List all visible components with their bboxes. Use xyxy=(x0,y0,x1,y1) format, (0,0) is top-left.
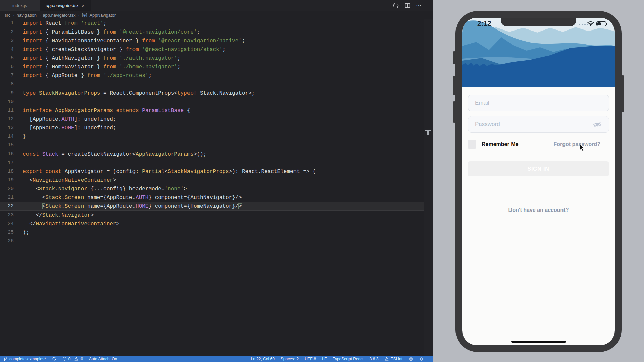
line-number: 1 xyxy=(0,19,21,28)
problems-indicator[interactable]: 0 0 xyxy=(62,357,83,361)
git-branch-indicator[interactable]: complete-exmaples* xyxy=(3,357,46,361)
code-token: { createStackNavigator } xyxy=(42,47,126,53)
editor-tab-bar: index.js app.navigator.tsx × ⋯ xyxy=(0,0,433,11)
breadcrumb-item-navigation[interactable]: navigation xyxy=(17,13,37,18)
code-line[interactable]: 3import { NavigationNativeContainer } fr… xyxy=(0,37,433,45)
indentation-indicator[interactable]: Spaces: 2 xyxy=(281,357,299,361)
code-line[interactable]: 17 xyxy=(0,159,433,167)
code-token: StackNavigatorProps xyxy=(39,90,100,96)
code-line[interactable]: 1import React from 'react'; xyxy=(0,19,433,28)
code-line[interactable]: 16const Stack = createStackNavigator<App… xyxy=(0,150,433,159)
sign-in-button[interactable]: SIGN IN xyxy=(468,161,609,176)
code-area[interactable]: 1import React from 'react';2import { Par… xyxy=(0,19,433,356)
warning-triangle-icon xyxy=(384,357,389,361)
code-lines: 1import React from 'react';2import { Par… xyxy=(0,19,433,246)
code-token: '@react-navigation/stack' xyxy=(142,47,222,53)
code-token: extends xyxy=(116,108,139,114)
code-line[interactable]: 25); xyxy=(0,228,433,237)
code-line[interactable]: 4import { createStackNavigator } from '@… xyxy=(0,45,433,54)
code-line[interactable]: 9type StackNavigatorProps = React.Compon… xyxy=(0,89,433,98)
code-token: name={AppRoute. xyxy=(84,195,136,201)
code-token: ; xyxy=(148,73,152,79)
code-token: ); xyxy=(23,230,29,236)
notifications-bell-icon[interactable] xyxy=(419,357,424,361)
code-line[interactable]: 24 </NavigationNativeContainer> xyxy=(0,220,433,228)
code-line[interactable]: 23 </Stack.Navigator> xyxy=(0,211,433,220)
breadcrumb-item-symbol[interactable]: AppNavigator xyxy=(89,13,116,18)
code-line[interactable]: 12 [AppRoute.AUTH]: undefined; xyxy=(0,115,433,124)
line-number: 17 xyxy=(0,159,21,167)
tab-app-navigator-tsx[interactable]: app.navigator.tsx × xyxy=(40,0,91,11)
code-token: ]: undefined; xyxy=(74,116,116,122)
remember-me-checkbox[interactable] xyxy=(468,140,476,149)
tab-index-js[interactable]: index.js xyxy=(0,0,40,11)
home-indicator[interactable] xyxy=(511,341,566,343)
code-line[interactable]: 22 <Stack.Screen name={AppRoute.HOME} co… xyxy=(0,202,433,211)
code-line[interactable]: 11interface AppNavigatorParams extends P… xyxy=(0,106,433,115)
line-number: 22 xyxy=(0,202,21,211)
code-token: from xyxy=(142,38,155,44)
language-mode-indicator[interactable]: TypeScript React xyxy=(333,357,363,361)
auto-attach-indicator[interactable]: Auto Attach: On xyxy=(89,357,117,361)
more-actions-icon[interactable]: ⋯ xyxy=(416,2,422,9)
line-number: 5 xyxy=(0,54,21,63)
code-line[interactable]: 15 xyxy=(0,141,433,150)
sign-up-link[interactable]: Don't have an account? xyxy=(462,207,615,213)
password-input[interactable] xyxy=(468,116,609,133)
split-editor-icon[interactable] xyxy=(405,3,410,8)
cursor-position-indicator[interactable]: Ln 22, Col 69 xyxy=(251,357,274,361)
feedback-smiley-icon[interactable] xyxy=(409,357,413,361)
code-line[interactable]: 14} xyxy=(0,132,433,141)
code-token: >(); xyxy=(194,151,206,157)
code-token: Stack xyxy=(42,151,58,157)
code-line[interactable]: 21 <Stack.Screen name={AppRoute.AUTH} co… xyxy=(0,193,433,202)
code-line[interactable]: 5import { AuthNavigator } from './auth.n… xyxy=(0,54,433,63)
code-token xyxy=(139,47,142,53)
code-line[interactable]: 26 xyxy=(0,237,433,246)
editor-scrollbar[interactable] xyxy=(424,19,433,356)
code-line[interactable]: 20 <Stack.Navigator {...config} headerMo… xyxy=(0,185,433,193)
open-changes-icon[interactable] xyxy=(393,3,399,8)
line-number: 19 xyxy=(0,176,21,185)
code-token: '@react-navigation/core' xyxy=(119,29,197,35)
code-token: > xyxy=(91,212,94,218)
code-token xyxy=(155,38,158,44)
power-button xyxy=(621,75,624,112)
close-tab-icon[interactable]: × xyxy=(82,3,85,8)
code-token: < xyxy=(42,203,46,209)
typescript-version-indicator[interactable]: 3.6.3 xyxy=(370,357,379,361)
line-number: 16 xyxy=(0,150,21,159)
breadcrumb-item-file[interactable]: app.navigator.tsx xyxy=(43,13,75,18)
forgot-password-link[interactable]: Forgot password? xyxy=(553,141,600,147)
code-line[interactable]: 6import { HomeNavigator } from './home.n… xyxy=(0,63,433,71)
line-number: 2 xyxy=(0,28,21,37)
code-line[interactable]: 8 xyxy=(0,80,433,89)
code-token: } xyxy=(23,134,26,140)
eol-indicator[interactable]: LF xyxy=(322,357,327,361)
sync-button[interactable] xyxy=(52,357,56,361)
code-line[interactable]: 7import { AppRoute } from './app-routes'… xyxy=(0,71,433,80)
code-line[interactable]: 19 <NavigationNativeContainer> xyxy=(0,176,433,185)
code-line[interactable]: 2import { ParamListBase } from '@react-n… xyxy=(0,28,433,37)
code-line[interactable]: 18export const AppNavigator = (config: P… xyxy=(0,167,433,176)
line-number: 6 xyxy=(0,63,21,71)
phone-screen: 2:12 xyxy=(462,18,615,345)
code-line[interactable]: 10 xyxy=(0,98,433,106)
encoding-indicator[interactable]: UTF-8 xyxy=(305,357,316,361)
code-token xyxy=(23,203,42,209)
code-token: import xyxy=(23,29,42,35)
toggle-password-visibility-icon[interactable] xyxy=(592,121,602,129)
line-number: 3 xyxy=(0,37,21,45)
code-token xyxy=(116,64,119,70)
code-token: AppNavigatorParams xyxy=(55,108,113,114)
battery-icon xyxy=(596,21,606,26)
breadcrumb-separator: › xyxy=(13,13,14,18)
breadcrumb-item-src[interactable]: src xyxy=(5,13,10,18)
code-token: > xyxy=(113,177,116,183)
code-token: 'none' xyxy=(164,186,184,192)
tslint-indicator[interactable]: TSLint xyxy=(384,357,402,361)
email-input[interactable] xyxy=(468,95,609,111)
code-token: Stack.Navigator>; xyxy=(197,90,255,96)
code-line[interactable]: 13 [AppRoute.HOME]: undefined; xyxy=(0,124,433,132)
code-token: typeof xyxy=(177,90,197,96)
